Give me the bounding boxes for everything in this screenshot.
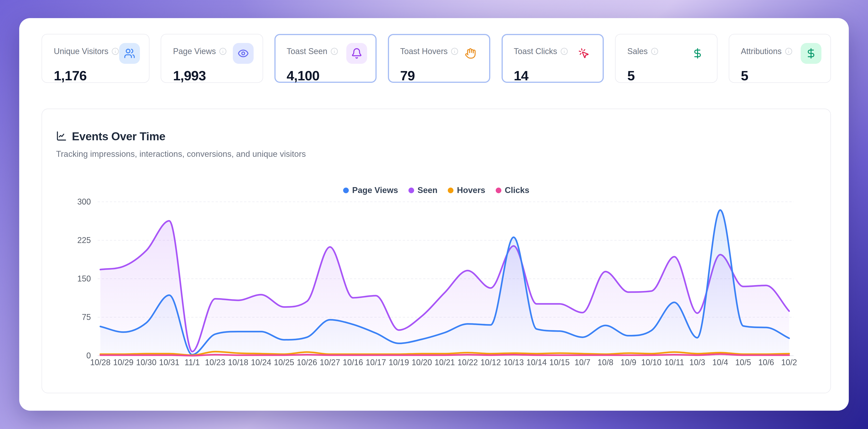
x-axis-tick: 10/26 (297, 358, 317, 367)
x-axis-tick: 10/15 (549, 358, 569, 367)
stat-card-label: Page Views (173, 47, 216, 56)
x-axis-tick: 10/8 (597, 358, 613, 367)
hand-icon-chip (460, 43, 481, 64)
chart-title: Events Over Time (72, 130, 165, 143)
legend-item-clicks[interactable]: Clicks (496, 185, 529, 195)
x-axis-tick: 10/3 (689, 358, 705, 367)
stat-card-label: Toast Seen (287, 47, 327, 56)
stat-card-label: Toast Hovers (400, 47, 447, 56)
info-icon (785, 48, 793, 55)
stat-card-value: 1,176 (54, 68, 140, 84)
legend-dot (408, 188, 414, 193)
x-axis-tick: 10/19 (389, 358, 409, 367)
legend-item-hovers[interactable]: Hovers (448, 185, 485, 195)
x-axis-tick: 10/28 (90, 358, 111, 367)
events-chart-card: Events Over Time Tracking impressions, i… (41, 109, 831, 393)
stat-card-page-views[interactable]: Page Views 1,993 (161, 34, 263, 83)
info-icon (451, 48, 458, 55)
x-axis-tick: 10/4 (712, 358, 728, 367)
stat-card-toast-hovers[interactable]: Toast Hovers 79 (388, 34, 490, 83)
info-icon[interactable] (651, 48, 658, 55)
y-axis-tick: 300 (77, 197, 91, 206)
x-axis-tick: 10/20 (412, 358, 432, 367)
x-axis-tick: 10/14 (526, 358, 547, 367)
x-axis-labels: 10/2810/2910/3010/3111/110/2310/1810/241… (90, 358, 797, 367)
legend-item-page-views[interactable]: Page Views (343, 185, 398, 195)
chart-header: Events Over Time Tracking impressions, i… (56, 130, 306, 159)
legend-label: Page Views (352, 185, 398, 195)
info-icon[interactable] (451, 48, 458, 55)
x-axis-tick: 10/16 (343, 358, 363, 367)
dollar-icon-chip (801, 43, 822, 64)
chart-legend: Page ViewsSeenHoversClicks (42, 185, 831, 195)
x-axis-tick: 10/25 (274, 358, 294, 367)
legend-label: Hovers (457, 185, 485, 195)
info-icon (112, 48, 119, 55)
x-axis-tick: 10/11 (664, 358, 684, 367)
x-axis-tick: 10/22 (458, 358, 478, 367)
stat-card-toast-seen[interactable]: Toast Seen 4,100 (274, 34, 377, 83)
x-axis-tick: 10/17 (366, 358, 386, 367)
info-icon[interactable] (219, 48, 227, 55)
x-axis-tick: 10/21 (434, 358, 455, 367)
stat-cards-row: Unique Visitors 1,176 Page Views 1,993 T… (41, 34, 831, 83)
info-icon[interactable] (112, 48, 119, 55)
y-axis-tick: 75 (82, 312, 91, 322)
stat-card-value: 5 (741, 68, 822, 84)
stat-card-attributions[interactable]: Attributions 5 (729, 34, 831, 83)
legend-dot (496, 188, 501, 193)
x-axis-tick: 10/6 (758, 358, 774, 367)
legend-label: Seen (417, 185, 437, 195)
dollar-icon (805, 48, 817, 59)
y-axis-tick: 150 (77, 274, 91, 283)
x-axis-tick: 10/23 (205, 358, 225, 367)
users-icon-chip (119, 43, 140, 64)
eye-icon (238, 48, 249, 59)
stat-card-value: 5 (627, 68, 708, 84)
events-over-time-chart[interactable]: 07515022530010/2810/2910/3010/3111/110/2… (76, 195, 802, 372)
main-panel: Unique Visitors 1,176 Page Views 1,993 T… (19, 18, 849, 411)
chart-line-icon (56, 131, 67, 142)
x-axis-tick: 10/24 (251, 358, 271, 367)
legend-dot (343, 188, 349, 193)
x-axis-tick: 10/27 (320, 358, 340, 367)
info-icon[interactable] (785, 48, 793, 55)
x-axis-tick: 10/9 (620, 358, 636, 367)
info-icon (331, 48, 338, 55)
dollar-icon (692, 48, 703, 59)
stat-card-label: Sales (627, 47, 648, 56)
cursor-click-icon (578, 48, 590, 59)
info-icon (219, 48, 227, 55)
x-axis-tick: 11/1 (185, 358, 200, 367)
bell-icon-chip (346, 43, 367, 64)
x-axis-tick: 10/10 (641, 358, 662, 367)
x-axis-tick: 10/29 (113, 358, 133, 367)
legend-item-seen[interactable]: Seen (408, 185, 437, 195)
x-axis-tick: 10/12 (480, 358, 501, 367)
stat-card-value: 79 (400, 68, 480, 84)
x-axis-tick: 10/7 (575, 358, 590, 367)
stat-card-toast-clicks[interactable]: Toast Clicks 14 (502, 34, 604, 83)
bell-icon (351, 48, 362, 59)
legend-dot (448, 188, 454, 193)
x-axis-tick: 10/2 (781, 358, 797, 367)
x-axis-tick: 10/30 (136, 358, 156, 367)
stat-card-label: Toast Clicks (514, 47, 557, 56)
cursor-click-icon-chip (574, 43, 594, 64)
stat-card-value: 14 (514, 68, 594, 84)
stat-card-value: 4,100 (287, 68, 367, 84)
y-axis-tick: 225 (77, 235, 91, 245)
stat-card-label: Attributions (741, 47, 782, 56)
info-icon (560, 48, 568, 55)
legend-label: Clicks (505, 185, 529, 195)
info-icon[interactable] (560, 48, 568, 55)
chart-subtitle: Tracking impressions, interactions, conv… (56, 149, 306, 159)
dollar-icon-chip (687, 43, 708, 64)
x-axis-tick: 10/13 (503, 358, 524, 367)
stat-card-unique-visitors[interactable]: Unique Visitors 1,176 (41, 34, 149, 83)
chart-line-icon (56, 131, 67, 141)
eye-icon-chip (233, 43, 254, 64)
x-axis-tick: 10/18 (228, 358, 248, 367)
stat-card-sales[interactable]: Sales 5 (615, 34, 717, 83)
info-icon[interactable] (331, 48, 338, 55)
